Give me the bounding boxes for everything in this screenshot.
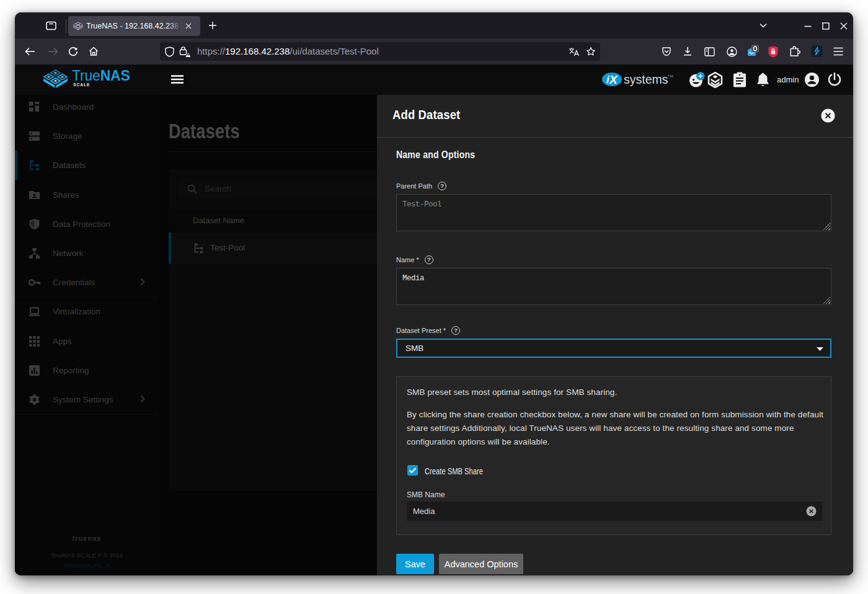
svg-text:TM: TM (668, 74, 673, 78)
svg-text:systems: systems (624, 73, 668, 86)
svg-text:X: X (609, 73, 618, 86)
